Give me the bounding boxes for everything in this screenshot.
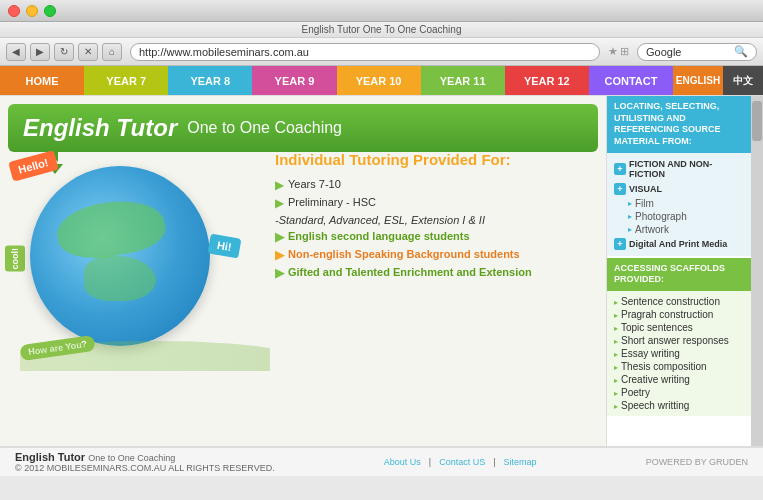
hero-title-sub: One to One Coaching <box>187 119 342 137</box>
illustration-area: Hello! cool! Hi! How are You? <box>0 146 270 376</box>
toolbar: ◀ ▶ ↻ ✕ ⌂ http://www.mobileseminars.com.… <box>0 38 763 66</box>
nav-item-english[interactable]: English <box>673 66 723 95</box>
scaffold-item: ▸ Poetry <box>614 386 744 399</box>
hi-badge: Hi! <box>208 233 242 258</box>
sidebar-expand-fiction[interactable]: + <box>614 163 626 175</box>
nav-item-year9[interactable]: YEAR 9 <box>252 66 336 95</box>
list-item-text: Years 7-10 <box>288 178 341 190</box>
title-bar: English Tutor One To One Coaching <box>0 22 763 38</box>
star-icon[interactable]: ★ <box>608 45 618 58</box>
tutoring-title: Individual Tutoring Provided For: <box>275 151 593 168</box>
scaffold-item: ▸ Speech writting <box>614 399 744 412</box>
nav-item-year8[interactable]: YEAR 8 <box>168 66 252 95</box>
bullet-icon: ▸ <box>614 324 618 333</box>
cool-badge: cool! <box>5 246 25 272</box>
footer-sitemap-link[interactable]: Sitemap <box>504 457 537 467</box>
nav-item-chinese[interactable]: 中文 <box>723 66 763 95</box>
forward-button[interactable]: ▶ <box>30 43 50 61</box>
list-item-text: -Standard, Advanced, ESL, Extension I & … <box>275 214 485 226</box>
refresh-button[interactable]: ↻ <box>54 43 74 61</box>
scrollbar[interactable] <box>751 96 763 446</box>
scaffold-label: Poetry <box>621 387 650 398</box>
window-chrome <box>0 0 763 22</box>
sidebar-digital-row[interactable]: + Digital And Print Media <box>614 236 744 252</box>
rss-icon[interactable]: ⊞ <box>620 45 629 58</box>
sidebar-fiction-row[interactable]: + FICTION AND NON-FICTION <box>614 157 744 181</box>
scaffold-item: ▸ Essay writing <box>614 347 744 360</box>
sidebar-film-item: ▸ Film <box>614 197 744 210</box>
back-button[interactable]: ◀ <box>6 43 26 61</box>
list-item-text: English second language students <box>288 230 470 242</box>
list-item-text: Gifted and Talented Enrichment and Exten… <box>288 266 532 278</box>
footer-copyright: © 2012 MOBILESEMINARS.COM.AU ALL RIGHTS … <box>15 463 275 473</box>
scaffold-item: ▸ Creative writing <box>614 373 744 386</box>
list-item-text: Non-english Speaking Background students <box>288 248 520 260</box>
scaffold-label: Short answer responses <box>621 335 729 346</box>
sidebar-visual-label: VISUAL <box>629 184 662 194</box>
address-bar[interactable]: http://www.mobileseminars.com.au <box>130 43 600 61</box>
scaffold-item: ▸ Short answer responses <box>614 334 744 347</box>
scaffold-item: ▸ Pragrah construction <box>614 308 744 321</box>
bullet-icon: ▸ <box>628 212 632 221</box>
maximize-button[interactable] <box>44 5 56 17</box>
nav-item-home[interactable]: HOME <box>0 66 84 95</box>
list-item: ▶ Years 7-10 <box>275 176 593 194</box>
hello-badge: Hello! <box>8 150 58 181</box>
bullet-icon: ▸ <box>614 376 618 385</box>
url-text: http://www.mobileseminars.com.au <box>139 46 309 58</box>
right-sidebar: LOCATING, SELECTING, UTILISTING AND REFE… <box>606 96 751 446</box>
bookmark-area: ★ ⊞ <box>608 45 629 58</box>
nav-item-year11[interactable]: YEAR 11 <box>421 66 505 95</box>
scrollbar-thumb[interactable] <box>752 101 762 141</box>
nav-item-year7[interactable]: YEAR 7 <box>84 66 168 95</box>
bullet-icon: ▸ <box>614 337 618 346</box>
search-box[interactable]: Google 🔍 <box>637 43 757 61</box>
globe-illustration <box>30 166 210 346</box>
hero-banner: English Tutor One to One Coaching <box>8 104 598 152</box>
list-item: ▶ Preliminary - HSC <box>275 194 593 212</box>
scaffold-label: Creative writing <box>621 374 690 385</box>
search-label: Google <box>646 46 681 58</box>
footer-about-link[interactable]: About Us <box>384 457 421 467</box>
footer-brand-area: English Tutor One to One Coaching © 2012… <box>15 451 275 473</box>
close-button[interactable] <box>8 5 20 17</box>
sidebar-expand-visual[interactable]: + <box>614 183 626 195</box>
list-item-indent: -Standard, Advanced, ESL, Extension I & … <box>275 212 593 228</box>
footer-powered: POWERED BY GRUDEN <box>646 457 748 467</box>
home-button[interactable]: ⌂ <box>102 43 122 61</box>
arrow-icon: ▶ <box>275 196 284 210</box>
sidebar-artwork-label: Artwork <box>635 224 669 235</box>
arrow-icon: ▶ <box>275 230 284 244</box>
stop-button[interactable]: ✕ <box>78 43 98 61</box>
scaffold-label: Sentence construction <box>621 296 720 307</box>
sidebar-fiction-label: FICTION AND NON-FICTION <box>629 159 744 179</box>
tutoring-info: Individual Tutoring Provided For: ▶ Year… <box>270 151 598 282</box>
scaffold-item: ▸ Topic sentences <box>614 321 744 334</box>
arrow-icon: ▶ <box>275 178 284 192</box>
sidebar-photograph-item: ▸ Photograph <box>614 210 744 223</box>
scaffold-label: Topic sentences <box>621 322 693 333</box>
minimize-button[interactable] <box>26 5 38 17</box>
hero-title-main: English Tutor <box>23 114 177 142</box>
list-item: ▶ English second language students <box>275 228 593 246</box>
search-icon: 🔍 <box>734 45 748 58</box>
sidebar-scaffolds-header: ACCESSING SCAFFOLDS PROVIDED: <box>607 258 751 291</box>
bullet-icon: ▸ <box>614 350 618 359</box>
sidebar-expand-digital[interactable]: + <box>614 238 626 250</box>
sidebar-visual-row[interactable]: + VISUAL <box>614 181 744 197</box>
scaffold-label: Essay writing <box>621 348 680 359</box>
footer-contact-link[interactable]: Contact US <box>439 457 485 467</box>
bullet-icon: ▸ <box>628 225 632 234</box>
bullet-icon: ▸ <box>628 199 632 208</box>
sidebar-scaffolds-content: ▸ Sentence construction ▸ Pragrah constr… <box>607 291 751 416</box>
nav-item-year10[interactable]: YEAR 10 <box>337 66 421 95</box>
scaffold-label: Speech writting <box>621 400 689 411</box>
page-title: English Tutor One To One Coaching <box>302 24 462 35</box>
scaffold-label: Thesis composition <box>621 361 707 372</box>
nav-item-contact[interactable]: CONTACT <box>589 66 673 95</box>
bullet-icon: ▸ <box>614 363 618 372</box>
scaffold-item: ▸ Sentence construction <box>614 295 744 308</box>
nav-menu: HOME YEAR 7 YEAR 8 YEAR 9 YEAR 10 YEAR 1… <box>0 66 763 96</box>
nav-item-year12[interactable]: YEAR 12 <box>505 66 589 95</box>
sidebar-locating-content: + FICTION AND NON-FICTION + VISUAL ▸ Fil… <box>607 153 751 256</box>
